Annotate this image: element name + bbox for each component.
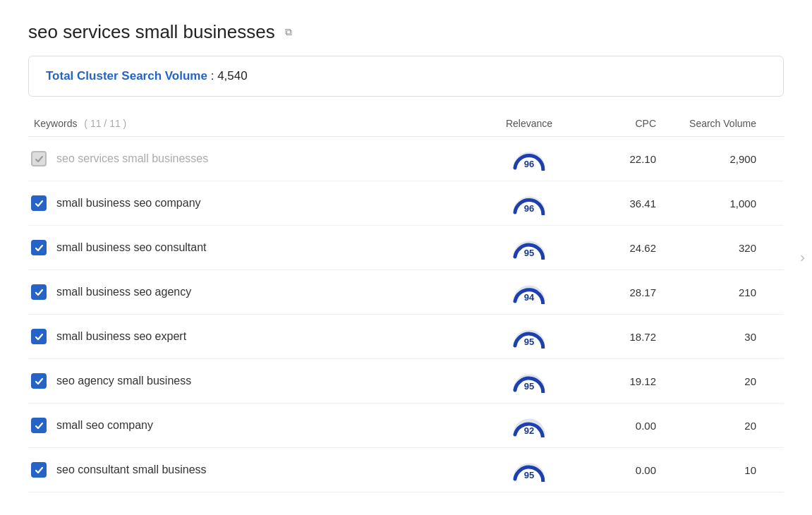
relevance-gauge: 95 xyxy=(511,369,547,393)
relevance-score: 95 xyxy=(524,470,534,480)
relevance-cell: 95 xyxy=(480,236,578,260)
relevance-cell: 95 xyxy=(480,458,578,482)
keyword-cell: seo agency small business xyxy=(28,373,480,389)
relevance-score: 95 xyxy=(524,337,534,347)
relevance-cell: 95 xyxy=(480,369,578,393)
checkbox[interactable] xyxy=(31,462,47,478)
relevance-gauge: 95 xyxy=(511,325,547,349)
cpc-cell: 28.17 xyxy=(578,286,663,298)
cpc-cell: 0.00 xyxy=(578,420,663,432)
checkbox[interactable] xyxy=(31,195,47,211)
volume-cell: 320 xyxy=(663,242,762,254)
relevance-gauge: 92 xyxy=(511,413,547,437)
relevance-score: 96 xyxy=(524,159,534,169)
checkbox[interactable] xyxy=(31,418,47,433)
checkbox[interactable] xyxy=(31,240,47,255)
chevron-right-icon: › xyxy=(800,249,805,265)
th-cpc: CPC xyxy=(578,118,663,129)
volume-cell: 10 xyxy=(663,464,762,476)
table-row: small business seo consultant 95 24.62 3… xyxy=(28,226,784,270)
volume-cell: 30 xyxy=(663,331,762,343)
volume-cell: 20 xyxy=(663,420,762,432)
volume-value: : 4,540 xyxy=(211,69,248,83)
keyword-cell: small business seo agency xyxy=(28,284,480,300)
copy-icon[interactable]: ⧉ xyxy=(282,26,295,39)
relevance-cell: 94 xyxy=(480,280,578,304)
th-relevance: Relevance xyxy=(480,118,578,129)
cpc-cell: 24.62 xyxy=(578,242,663,254)
cpc-cell: 0.00 xyxy=(578,464,663,476)
checkbox[interactable] xyxy=(31,373,47,389)
volume-cell: 1,000 xyxy=(663,198,762,210)
volume-box: Total Cluster Search Volume : 4,540 xyxy=(28,56,784,97)
keyword-text: seo agency small business xyxy=(56,375,191,387)
relevance-score: 92 xyxy=(524,425,534,436)
keyword-text: seo services small businesses xyxy=(56,152,208,165)
relevance-gauge: 95 xyxy=(511,458,547,482)
cpc-cell: 19.12 xyxy=(578,375,663,387)
relevance-cell: 92 xyxy=(480,413,578,437)
table-row: small business seo agency 94 28.17 210 xyxy=(28,270,784,315)
table-row: small seo company 92 0.00 20 xyxy=(28,404,784,448)
volume-cell: 210 xyxy=(663,286,762,298)
page-title-container: seo services small businesses ⧉ xyxy=(28,21,784,43)
volume-cell: 20 xyxy=(663,375,762,387)
keyword-cell: small business seo company xyxy=(28,195,480,211)
keyword-cell: small business seo expert xyxy=(28,329,480,344)
keyword-cell: seo services small businesses xyxy=(28,151,480,166)
table-row: seo services small businesses 96 22.10 2… xyxy=(28,137,784,181)
checkbox[interactable] xyxy=(31,329,47,344)
relevance-gauge: 94 xyxy=(511,280,547,304)
relevance-score: 94 xyxy=(524,292,534,303)
cpc-cell: 36.41 xyxy=(578,198,663,210)
table-row: seo consultant small business 95 0.00 10 xyxy=(28,448,784,492)
keyword-text: seo consultant small business xyxy=(56,464,207,476)
table-header: Keywords ( 11 / 11 ) Relevance CPC Searc… xyxy=(28,114,784,137)
keyword-cell: seo consultant small business xyxy=(28,462,480,478)
keyword-text: small business seo company xyxy=(56,197,201,210)
th-keywords: Keywords ( 11 / 11 ) xyxy=(28,118,480,129)
th-search-volume: Search Volume xyxy=(663,118,762,129)
relevance-gauge: 96 xyxy=(511,191,547,215)
cpc-cell: 22.10 xyxy=(578,153,663,165)
table-row: small business seo company 96 36.41 1,00… xyxy=(28,181,784,226)
cpc-cell: 18.72 xyxy=(578,331,663,343)
keyword-text: small business seo agency xyxy=(56,286,191,298)
relevance-cell: 96 xyxy=(480,147,578,171)
relevance-score: 95 xyxy=(524,381,534,392)
keywords-table: Keywords ( 11 / 11 ) Relevance CPC Searc… xyxy=(28,114,784,492)
keyword-cell: small business seo consultant xyxy=(28,240,480,255)
relevance-gauge: 95 xyxy=(511,236,547,260)
keyword-text: small seo company xyxy=(56,419,153,432)
checkbox[interactable] xyxy=(31,284,47,300)
page-title-text: seo services small businesses xyxy=(28,21,275,43)
table-row: small business seo expert 95 18.72 30 xyxy=(28,315,784,359)
keyword-text: small business seo expert xyxy=(56,330,186,343)
table-body: seo services small businesses 96 22.10 2… xyxy=(28,137,784,492)
relevance-score: 95 xyxy=(524,248,534,258)
checkbox[interactable] xyxy=(31,151,47,166)
page-container: seo services small businesses ⧉ Total Cl… xyxy=(0,0,812,514)
relevance-score: 96 xyxy=(524,203,534,214)
volume-label: Total Cluster Search Volume xyxy=(46,69,207,83)
keyword-text: small business seo consultant xyxy=(56,241,207,254)
volume-cell: 2,900 xyxy=(663,153,762,165)
relevance-gauge: 96 xyxy=(511,147,547,171)
keyword-cell: small seo company xyxy=(28,418,480,433)
relevance-cell: 95 xyxy=(480,325,578,349)
relevance-cell: 96 xyxy=(480,191,578,215)
table-row: seo agency small business 95 19.12 20 xyxy=(28,359,784,404)
